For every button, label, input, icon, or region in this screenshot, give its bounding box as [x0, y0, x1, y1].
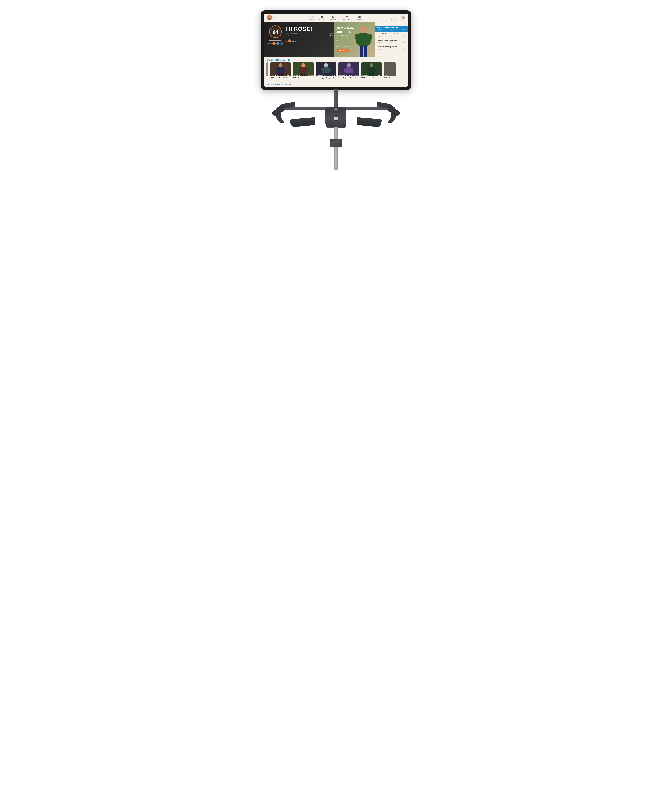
card-title-0: 45 Min Ride/Tone/Restore	[270, 77, 291, 79]
card-date-0: 09.19.18	[278, 79, 282, 81]
card-title-5: 30 Min Bike	[384, 77, 396, 79]
badge-icon-3: ✦	[280, 42, 283, 45]
center-bolt-top	[334, 108, 338, 111]
new-workouts-title: NEW WORKOUTS	[266, 83, 288, 86]
rw-icon-3: ⊞	[391, 48, 393, 50]
nav-label-cross-myx: CROSS-MYX	[342, 19, 352, 20]
nav-label-bike: BIKE	[310, 19, 314, 20]
connector-detail	[332, 141, 340, 145]
rw-level-2: LEVEL 1	[377, 42, 382, 43]
recent-workout-item-1[interactable]: 10 Min Stretch for Sore Feet LEVEL 1 ⊞ 0…	[375, 32, 408, 38]
card-level-4: LEVEL 2	[361, 79, 366, 81]
start-assessment-link[interactable]: START ASSESSMENT	[269, 40, 281, 40]
rw-icon-2: ✿	[391, 42, 393, 44]
bike-lower-stem	[334, 124, 338, 170]
rw-date-2: 09.18.19	[401, 42, 406, 43]
workout-card-1[interactable]: ARI BUTLER 30 MIN 30 Min Dance Cardio LE…	[292, 62, 315, 81]
thumb-2: GREY THURMAN 20 MIN	[316, 62, 336, 76]
svg-point-2	[360, 26, 367, 33]
card-date-3: 08.06.14	[345, 79, 350, 81]
workout-card-2[interactable]: GREY THURMAN 20 MIN 20 Min Upper Body Sc…	[315, 62, 337, 81]
thumb-person-4	[366, 63, 377, 76]
nav-label-mindful: MINDFUL	[329, 19, 337, 20]
card-icon-3: ✿	[343, 79, 345, 81]
workout-button[interactable]: WORKOUT	[336, 49, 350, 52]
thumb-1: ARI BUTLER 30 MIN	[293, 62, 314, 76]
nav-label-media: MEDIA	[357, 19, 362, 20]
thumb-bg-4: ERIC CLOSS 20 MIN	[361, 62, 382, 76]
recent-workout-item-2[interactable]: 15 Min Yoga for Headaches LEVEL 1 ✿ 09.1…	[375, 38, 408, 45]
workout-card-5[interactable]: 30 MIN 30 Min Bike	[383, 62, 397, 81]
promo-music-icon: ♪	[336, 43, 337, 45]
card-level-1: LEVEL 1	[293, 79, 297, 81]
nav-items: 🚲 BIKE ⊞ FLOOR ✿ MINDFUL ✦ CROSS-MYX ▣	[310, 15, 362, 20]
card-meta-4: LEVEL 2 ✦ 09.25.09	[361, 79, 382, 81]
nav-back-button[interactable]: ◀	[401, 15, 405, 20]
nav-user[interactable]: ▾	[267, 15, 274, 20]
thumb-overlay-5: 30 MIN	[384, 74, 396, 76]
floor-icon: ⊞	[320, 15, 323, 18]
nav-schedule-label: SCHEDULE	[391, 19, 399, 20]
nav-item-cross-myx[interactable]: ✦ CROSS-MYX	[342, 15, 352, 20]
recent-workout-item-3[interactable]: 10 Min Hip and Leg Stretch LEVEL 1 ⊞ 09.…	[375, 45, 408, 51]
thumb-bg-3: DONNA XCXO GAMORI 5 MIN	[338, 62, 359, 76]
promo-title: 30 Min Ride and Tone.	[336, 27, 357, 34]
thumb-edge-left	[266, 62, 268, 76]
card-meta-0: LEVEL 2 🚲 09.19.18	[270, 79, 291, 81]
nav-item-media[interactable]: ▣ MEDIA	[357, 15, 362, 20]
rw-meta-3: LEVEL 1 ⊞ 09.08.19	[377, 48, 406, 50]
thumb-instructor-0: ALEX SEALY	[271, 75, 278, 76]
nav-item-mindful[interactable]: ✿ MINDFUL	[329, 15, 337, 20]
badges-row: BADGES 🏅 ⭐ ✦	[267, 42, 283, 45]
bike-icon: 🚲	[310, 15, 314, 18]
workout-card-4[interactable]: ERIC CLOSS 20 MIN 20 Min Interval Ride L…	[360, 62, 383, 81]
promo-level-text: LEVEL 1	[336, 46, 342, 48]
stat-total-workouts: TOTAL WORKOUTS 17	[286, 33, 327, 37]
nav-item-floor[interactable]: ⊞ FLOOR	[319, 15, 324, 20]
week-bar-1	[286, 41, 287, 42]
card-icon-1: ⊞	[298, 79, 299, 81]
rw-icon-0: 🚲	[391, 29, 393, 31]
thumb-0: ALEX SEALY 45 MIN	[270, 62, 291, 76]
promo-level: LEVEL 1 ♪ 09.19.19	[336, 46, 357, 48]
score-circle: MYX SCORE 64	[269, 25, 282, 38]
stem-connector	[330, 139, 342, 147]
main-content: MYX SCORE 64 START ASSESSMENT BADGES 🏅 ⭐…	[264, 22, 408, 57]
workout-carousel-popular: ALEX SEALY 45 MIN 45 Min Ride/Tone/Resto…	[264, 62, 408, 82]
tablet-frame: ▾ 🚲 BIKE ⊞ FLOOR ✿ MINDFUL ✦ CROSS-MYX	[261, 10, 411, 90]
new-workouts-grid-icon[interactable]: ⊞	[289, 83, 291, 86]
most-popular-grid-icon[interactable]: ⊞	[288, 59, 290, 61]
nav-schedule[interactable]: ▦ SCHEDULE	[391, 16, 399, 20]
svg-point-14	[301, 63, 305, 68]
thumb-duration-0: 45 MIN	[287, 75, 290, 76]
thumb-overlay-3: DONNA XCXO GAMORI 5 MIN	[338, 74, 359, 76]
nav-item-bike[interactable]: 🚲 BIKE	[310, 15, 314, 20]
svg-point-1	[268, 18, 271, 20]
rw-level-0: LEVEL 1	[377, 29, 382, 30]
media-icon: ▣	[358, 15, 361, 18]
rw-title-1: 10 Min Stretch for Sore Feet	[377, 33, 406, 35]
nav-label-floor: FLOOR	[319, 19, 324, 20]
svg-rect-28	[344, 68, 347, 73]
card-title-4: 20 Min Interval Ride	[361, 77, 382, 79]
thumb-instructor-4: ERIC CLOSS	[362, 75, 370, 76]
thumb-3: DONNA XCXO GAMORI 5 MIN	[338, 62, 359, 76]
recent-workout-item-0[interactable]: MYXScore Assessment Ride LEVEL 1 🚲 09.19…	[375, 26, 408, 32]
card-icon-2: ⊞	[321, 79, 322, 81]
week-bar-2	[287, 40, 289, 42]
card-title-3: 5 Min Beginner Meditation	[338, 77, 359, 79]
recent-workouts-header: RECENT WORKOUTS	[375, 22, 408, 26]
schedule-icon: ▦	[394, 16, 396, 18]
thumb-5: 30 MIN	[384, 62, 396, 76]
card-meta-1: LEVEL 1 ⊞ 09.20.19	[293, 79, 314, 81]
rw-meta-1: LEVEL 1 ⊞ 09.30.19	[377, 36, 406, 37]
mindful-icon: ✿	[332, 15, 334, 18]
svg-point-8	[279, 63, 282, 68]
badge-icon-2: ⭐	[276, 42, 279, 45]
thumb-person-1	[298, 63, 309, 76]
nav-right: ▦ SCHEDULE ◀	[391, 15, 405, 20]
workout-card-3[interactable]: DONNA XCXO GAMORI 5 MIN 5 Min Beginner M…	[337, 62, 360, 81]
thumb-duration-3: 5 MIN	[355, 75, 358, 76]
avatar	[267, 15, 272, 20]
workout-card-0[interactable]: ALEX SEALY 45 MIN 45 Min Ride/Tone/Resto…	[269, 62, 292, 81]
